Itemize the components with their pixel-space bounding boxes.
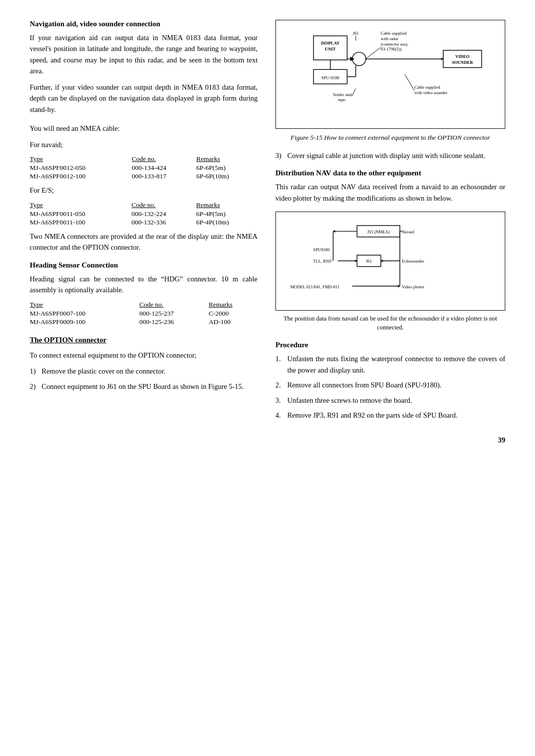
- table-row: MJ-A6SPF0012-100 000-133-817 6P-6P(10m): [30, 172, 258, 181]
- proc-item3-text: Unfasten three screws to remove the boar…: [287, 395, 412, 406]
- svg-text:UNIT: UNIT: [325, 47, 336, 52]
- svg-text:SPU-9180: SPU-9180: [321, 75, 340, 80]
- figure-diagram: DISPLAY UNIT Cable supplied with radar (…: [282, 26, 499, 122]
- table-row: MJ-A6SPF0012-050 000-134-424 6P-6P(5m): [30, 164, 258, 172]
- navaid-col-type: Type: [30, 155, 132, 164]
- svg-text:with video sounder: with video sounder: [415, 90, 448, 95]
- svg-text:TLL, RSD: TLL, RSD: [313, 259, 331, 264]
- svg-line-7: [366, 48, 381, 59]
- step-3-num: 3): [275, 150, 284, 161]
- es-row1-remarks: 6P-4P(5m): [196, 210, 258, 218]
- svg-text:VIDEO: VIDEO: [455, 54, 470, 59]
- es-row2-code: 000-132-336: [131, 218, 196, 227]
- procedure-item-3: 3. Unfasten three screws to remove the b…: [275, 395, 505, 406]
- es-table: Type Code no. Remarks MJ-A6SPF0011-050 0…: [30, 201, 258, 227]
- proc-item4-text: Remove JP3, R91 and R92 on the parts sid…: [287, 410, 458, 421]
- es-row1-type: MJ-A6SPF0011-050: [30, 210, 131, 218]
- svg-text:Cable supplied: Cable supplied: [381, 31, 407, 36]
- page-number: 39: [275, 436, 505, 444]
- heading-col-code: Code no.: [139, 301, 209, 310]
- nav-diagram-caption: The position data from navaid can be use…: [275, 315, 505, 332]
- svg-text:DISPLAY: DISPLAY: [321, 41, 340, 46]
- svg-text:Solder and: Solder and: [333, 92, 352, 97]
- svg-text:tape.: tape.: [338, 97, 347, 102]
- heading-row1-code: 000-125-237: [139, 310, 209, 318]
- table-row: MJ-A6SPF0011-100 000-132-336 6P-4P(10m): [30, 218, 258, 227]
- nmea-cable-label: You will need an NMEA cable:: [30, 123, 258, 134]
- svg-text:J61: J61: [366, 259, 372, 264]
- table-row: MJ-A6SPF0009-100 000-125-236 AD-100: [30, 318, 258, 326]
- es-col-remarks: Remarks: [196, 201, 258, 210]
- svg-text:J55 (NMEA): J55 (NMEA): [367, 229, 389, 234]
- option-para1: To connect external equipment to the OPT…: [30, 350, 258, 361]
- navaid-row1-code: 000-134-424: [132, 164, 196, 172]
- procedure-item-1: 1. Unfasten the nuts fixing the waterpro…: [275, 353, 505, 376]
- procedure-item-2: 2. Remove all connectors from SPU Board …: [275, 379, 505, 390]
- for-navaid-label: For navaid;: [30, 139, 258, 150]
- option-list-item-2: 2) Connect equipment to J61 on the SPU B…: [30, 381, 258, 392]
- list-num-2: 2): [30, 381, 39, 392]
- proc-num-2: 2.: [275, 379, 284, 390]
- svg-text:J61: J61: [353, 31, 359, 36]
- option-item1-text: Remove the plastic cover on the connecto…: [42, 366, 165, 377]
- list-num-1: 1): [30, 366, 39, 377]
- option-item2-text: Connect equipment to J61 on the SPU Boar…: [42, 381, 244, 392]
- heading-sensor-heading: Heading Sensor Connection: [30, 261, 258, 270]
- option-list-item-1: 1) Remove the plastic cover on the conne…: [30, 366, 258, 377]
- svg-text:SOUNDER: SOUNDER: [452, 60, 473, 65]
- svg-text:03-1796(5)): 03-1796(5)): [381, 47, 402, 52]
- navaid-col-remarks: Remarks: [196, 155, 258, 164]
- nav-diagram-svg: SPU9180 J55 (NMEA) Navaid J61 TLL, R: [281, 217, 500, 305]
- es-row2-type: MJ-A6SPF0011-100: [30, 218, 131, 227]
- heading-col-type: Type: [30, 301, 139, 310]
- table-row: MJ-A6SPF0007-100 000-125-237 C-2000: [30, 310, 258, 318]
- heading-row2-code: 000-125-236: [139, 318, 209, 326]
- proc-item2-text: Remove all connectors from SPU Board (SP…: [287, 379, 441, 390]
- svg-line-24: [352, 89, 356, 96]
- nav-para1: If your navigation aid can output data i…: [30, 32, 258, 77]
- navaid-row2-code: 000-133-817: [132, 172, 196, 181]
- nav-distribution-diagram: SPU9180 J55 (NMEA) Navaid J61 TLL, R: [275, 212, 505, 311]
- heading-row2-type: MJ-A6SPF0009-100: [30, 318, 139, 326]
- svg-text:Cable supplied: Cable supplied: [415, 85, 441, 90]
- svg-text:MODEL 821/841, FMD-811: MODEL 821/841, FMD-811: [290, 285, 339, 290]
- heading-table: Type Code no. Remarks MJ-A6SPF0007-100 0…: [30, 301, 258, 326]
- es-col-type: Type: [30, 201, 131, 210]
- svg-text:SPU9180: SPU9180: [313, 248, 329, 253]
- proc-num-3: 3.: [275, 395, 284, 406]
- dist-para: This radar can output NAV data received …: [275, 181, 505, 204]
- heading-row2-remarks: AD-100: [209, 318, 258, 326]
- heading-col-remarks: Remarks: [209, 301, 258, 310]
- procedure-heading: Procedure: [275, 341, 505, 349]
- es-col-code: Code no.: [131, 201, 196, 210]
- heading-sensor-para: Heading signal can be connected to the “…: [30, 273, 258, 296]
- svg-text:(connector assy.: (connector assy.: [381, 42, 409, 47]
- dist-heading: Distribution NAV data to the other equip…: [275, 169, 505, 177]
- navaid-row1-remarks: 6P-6P(5m): [196, 164, 258, 172]
- option-connector-heading: The OPTION connector: [30, 334, 258, 346]
- svg-text:Navaid: Navaid: [402, 229, 415, 234]
- step-3-text: Cover signal cable at junction with disp…: [287, 150, 485, 161]
- nav-heading: Navigation aid, video sounder connection: [30, 20, 258, 28]
- table-row: MJ-A6SPF0011-050 000-132-224 6P-4P(5m): [30, 210, 258, 218]
- es-row2-remarks: 6P-4P(10m): [196, 218, 258, 227]
- svg-point-10: [352, 52, 366, 65]
- svg-line-27: [405, 74, 414, 91]
- navaid-table: Type Code no. Remarks MJ-A6SPF0012-050 0…: [30, 155, 258, 181]
- heading-row1-type: MJ-A6SPF0007-100: [30, 310, 139, 318]
- svg-text:with radar: with radar: [381, 36, 399, 41]
- for-es-label: For E/S;: [30, 185, 258, 196]
- navaid-row1-type: MJ-A6SPF0012-050: [30, 164, 132, 172]
- heading-row1-remarks: C-2000: [209, 310, 258, 318]
- navaid-row2-remarks: 6P-6P(10m): [196, 172, 258, 181]
- figure-caption: Figure 5-15 How to connect external equi…: [275, 133, 505, 143]
- es-row1-code: 000-132-224: [131, 210, 196, 218]
- proc-num-4: 4.: [275, 410, 284, 421]
- step-3: 3) Cover signal cable at junction with d…: [275, 150, 505, 161]
- navaid-row2-type: MJ-A6SPF0012-100: [30, 172, 132, 181]
- proc-num-1: 1.: [275, 353, 284, 376]
- proc-item1-text: Unfasten the nuts fixing the waterproof …: [287, 353, 505, 376]
- procedure-item-4: 4. Remove JP3, R91 and R92 on the parts …: [275, 410, 505, 421]
- svg-text:Echosounder: Echosounder: [402, 259, 424, 264]
- figure-5-15: DISPLAY UNIT Cable supplied with radar (…: [275, 20, 505, 129]
